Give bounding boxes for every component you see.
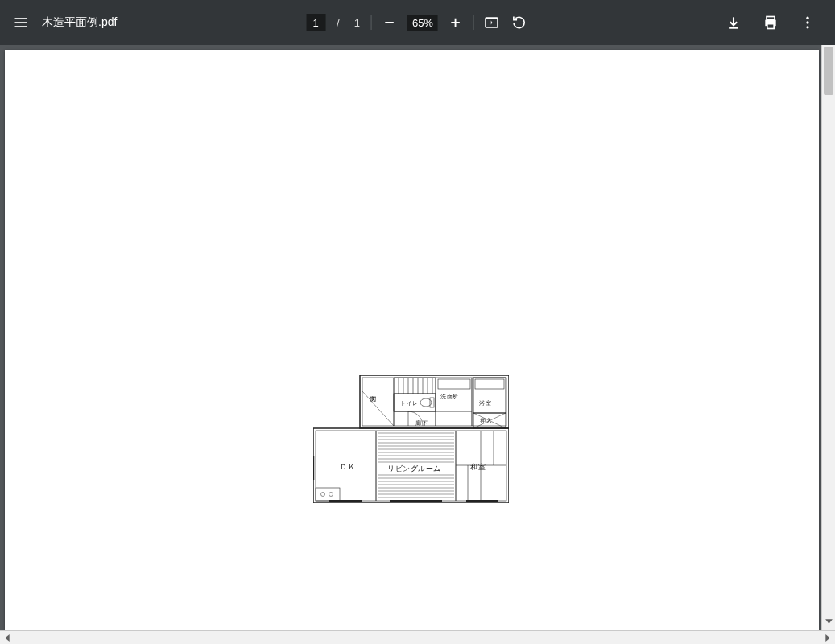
print-button[interactable] bbox=[761, 13, 780, 32]
scroll-down-arrow-icon[interactable] bbox=[822, 614, 835, 629]
page-number-input[interactable] bbox=[306, 14, 325, 31]
svg-point-12 bbox=[806, 17, 808, 19]
label-living: リビングルーム bbox=[386, 464, 443, 474]
label-toilet: トイレ bbox=[400, 399, 419, 407]
svg-marker-78 bbox=[825, 634, 830, 642]
label-hallway: 廊下 bbox=[415, 419, 428, 427]
label-dk: ＤＫ bbox=[340, 462, 355, 473]
svg-point-14 bbox=[806, 26, 808, 28]
svg-rect-36 bbox=[438, 379, 470, 389]
svg-point-13 bbox=[806, 21, 808, 23]
label-washroom: 洗面所 bbox=[440, 393, 459, 401]
page-total: 1 bbox=[351, 17, 363, 29]
pdf-page: 玄関 トイレ 洗面所 浴室 押入 廊下 ＤＫ リビングルーム 和室 bbox=[5, 50, 819, 630]
page-separator: / bbox=[333, 17, 343, 29]
horizontal-scrollbar[interactable] bbox=[0, 630, 835, 644]
fit-page-button[interactable] bbox=[482, 13, 502, 32]
svg-rect-11 bbox=[767, 24, 774, 29]
svg-rect-38 bbox=[475, 379, 504, 389]
svg-point-48 bbox=[329, 493, 333, 497]
label-entrance: 玄関 bbox=[369, 391, 377, 392]
svg-rect-34 bbox=[430, 398, 434, 407]
vertical-scrollbar[interactable] bbox=[821, 45, 835, 630]
document-filename: 木造平面例.pdf bbox=[42, 15, 117, 30]
label-bath: 浴室 bbox=[479, 399, 491, 407]
more-options-button[interactable] bbox=[798, 13, 817, 32]
zoom-in-button[interactable] bbox=[446, 13, 465, 32]
hamburger-menu-icon[interactable] bbox=[11, 13, 31, 32]
pdf-viewer-area[interactable]: 玄関 トイレ 洗面所 浴室 押入 廊下 ＤＫ リビングルーム 和室 bbox=[0, 45, 835, 630]
toolbar-separator bbox=[371, 15, 372, 30]
floor-plan-drawing: 玄関 トイレ 洗面所 浴室 押入 廊下 ＤＫ リビングルーム 和室 bbox=[313, 375, 509, 503]
svg-rect-37 bbox=[473, 378, 506, 413]
toolbar-separator bbox=[473, 15, 474, 30]
toolbar-center-controls: / 1 65% bbox=[306, 13, 529, 32]
svg-rect-46 bbox=[316, 488, 340, 501]
svg-line-35 bbox=[362, 391, 394, 426]
scrollbar-thumb[interactable] bbox=[824, 47, 833, 95]
pdf-toolbar: 木造平面例.pdf / 1 65% bbox=[0, 0, 835, 45]
svg-marker-76 bbox=[825, 619, 833, 624]
svg-point-47 bbox=[321, 493, 325, 497]
zoom-out-button[interactable] bbox=[380, 13, 399, 32]
scroll-right-arrow-icon[interactable] bbox=[821, 632, 833, 644]
label-closet: 押入 bbox=[480, 417, 492, 425]
download-button[interactable] bbox=[724, 13, 743, 32]
scroll-left-arrow-icon[interactable] bbox=[2, 632, 14, 644]
rotate-button[interactable] bbox=[510, 13, 529, 32]
svg-rect-9 bbox=[767, 17, 775, 20]
svg-marker-77 bbox=[5, 634, 10, 642]
toolbar-right-controls bbox=[724, 13, 824, 32]
label-tatami: 和室 bbox=[470, 462, 486, 473]
zoom-level-display[interactable]: 65% bbox=[407, 15, 438, 31]
